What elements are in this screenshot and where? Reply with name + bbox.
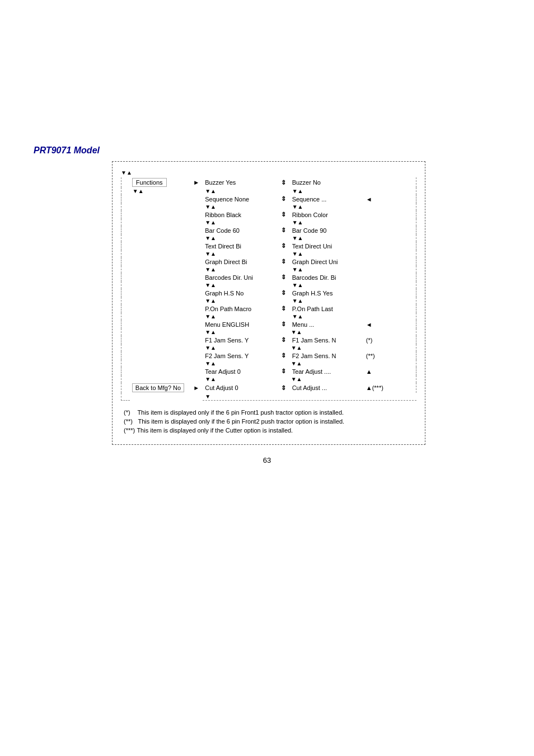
left-border [121, 336, 130, 344]
left-item-3: Bar Code 60 [203, 226, 277, 234]
lr-arrow-12: ⇕ [277, 367, 289, 375]
border-col [387, 210, 416, 219]
border-col [387, 289, 416, 297]
border-col [387, 203, 416, 210]
functions-cell: Functions [130, 177, 190, 187]
page: PRT9071 Model ▼▲ Funct [0, 0, 534, 756]
ud-row-8: ▼▲ ▼▲ [121, 313, 416, 320]
border-col [387, 250, 416, 257]
left-border [121, 234, 130, 242]
border-col [387, 297, 416, 304]
left-border [121, 351, 130, 360]
functions-row: Functions ► Buzzer Yes ⇕ Buzzer No [121, 177, 416, 187]
left-border [121, 266, 130, 273]
bottom-arrow: ▼ [203, 393, 416, 401]
left-border [121, 250, 130, 257]
menu-row-5: Graph Direct Bi ⇕ Graph Direct Uni [121, 257, 416, 266]
left-border [121, 203, 130, 210]
menu-row-3: Bar Code 60 ⇕ Bar Code 90 [121, 226, 416, 234]
border-col [387, 336, 416, 344]
right-item-2: Ribbon Color [290, 210, 364, 219]
lr-arrow-1: ⇕ [277, 195, 289, 203]
lr-arrow-0: ⇕ [277, 177, 289, 187]
footnote-1: (*) This item is displayed only if the 6… [124, 409, 416, 416]
left-border [121, 242, 130, 250]
border-col [387, 360, 416, 367]
left-border [121, 367, 130, 375]
ud-row-4: ▼▲ ▼▲ [121, 250, 416, 257]
left-item-10: F1 Jam Sens. Y [203, 336, 277, 344]
border-col [387, 219, 416, 226]
extra-13: ▲(***) [364, 383, 387, 393]
extra-1: ◄ [364, 195, 387, 203]
ud-1: ▼▲ [203, 203, 277, 210]
menu-row-10: F1 Jam Sens. Y ⇕ F1 Jam Sens. N (*) [121, 336, 416, 344]
border-col [387, 313, 416, 320]
border-col [387, 351, 416, 360]
ud-row-7: ▼▲ ▼▲ [121, 297, 416, 304]
left-border [121, 383, 130, 393]
page-number: 63 [22, 456, 512, 464]
lr-arrow-8: ⇕ [277, 304, 289, 313]
diagram-container: ▼▲ Functions ► [112, 161, 425, 445]
menu-row-7: Graph H.S No ⇕ Graph H.S Yes [121, 289, 416, 297]
border-col [387, 273, 416, 281]
left-item-1: Sequence None [203, 195, 277, 203]
ud-row-12: ▼▲ ▼▲ [121, 375, 416, 383]
ud-row-11: ▼▲ ▼▲ [121, 360, 416, 367]
left-item-12: Tear Adjust 0 [203, 367, 277, 375]
extra-9: ◄ [364, 320, 387, 328]
right-item-7: Graph H.S Yes [290, 289, 364, 297]
left-border [121, 375, 130, 383]
menu-row-6: Barcodes Dir. Uni ⇕ Barcodes Dir. Bi [121, 273, 416, 281]
border-col [387, 257, 416, 266]
ud-row-6: ▼▲ ▼▲ [121, 281, 416, 289]
left-border [121, 273, 130, 281]
border-col [387, 328, 416, 336]
menu-row-2: Ribbon Black ⇕ Ribbon Color [121, 210, 416, 219]
left-border [121, 320, 130, 328]
left-border [121, 328, 130, 336]
left-item-13: Cut Adjust 0 [203, 383, 277, 393]
left-item-7: Graph H.S No [203, 289, 277, 297]
ud-row-3: ▼▲ ▼▲ [121, 234, 416, 242]
footnote-1-text: This item is displayed only if the 6 pin… [137, 409, 344, 416]
border-col [387, 383, 416, 393]
footnote-2: (**) This item is displayed only if the … [124, 418, 416, 425]
border-col [387, 281, 416, 289]
first-item: Buzzer Yes [205, 179, 236, 186]
border-col [387, 266, 416, 273]
lr-arrow-11: ⇕ [277, 351, 289, 360]
left-border [121, 297, 130, 304]
extra-10: (*) [364, 336, 387, 344]
left-item-4: Text Direct Bi [203, 242, 277, 250]
ud-far-0: ▼▲ [290, 187, 364, 195]
menu-row-13: Back to Mfg? No ► Cut Adjust 0 ⇕ Cut Adj… [121, 383, 416, 393]
back-arrow: ► [190, 383, 203, 393]
left-border [121, 210, 130, 219]
left-border-cell [121, 187, 130, 195]
border-col [387, 234, 416, 242]
footnotes: (*) This item is displayed only if the 6… [124, 409, 416, 434]
left-border [121, 219, 130, 226]
footnote-2-marker: (**) [124, 418, 133, 425]
left-item-9: Menu ENGLISH [203, 320, 277, 328]
lr-arrow-9: ⇕ [277, 320, 289, 328]
ud-r1: ▼▲ [290, 203, 364, 210]
right-item-12: Tear Adjust .... [290, 367, 364, 375]
right-item-6: Barcodes Dir. Bi [290, 273, 364, 281]
right-item-1: Sequence ... [290, 195, 364, 203]
ud-0: ▼▲ [130, 187, 203, 195]
menu-row-8: P.On Path Macro ⇕ P.On Path Last [121, 304, 416, 313]
lr-arrow-3: ⇕ [277, 226, 289, 234]
left-item-11: F2 Jam Sens. Y [203, 351, 277, 360]
menu-row-9: Menu ENGLISH ⇕ Menu ... ◄ [121, 320, 416, 328]
lr-arrow-7: ⇕ [277, 289, 289, 297]
right-item-9: Menu ... [290, 320, 364, 328]
left-border [121, 289, 130, 297]
ud-row-5: ▼▲ ▼▲ [121, 266, 416, 273]
footnote-3: (***) This item is displayed only if the… [124, 427, 416, 434]
lr-arrow-10: ⇕ [277, 336, 289, 344]
left-border-cell [121, 177, 130, 187]
ud-row-2: ▼▲ ▼▲ [121, 219, 416, 226]
